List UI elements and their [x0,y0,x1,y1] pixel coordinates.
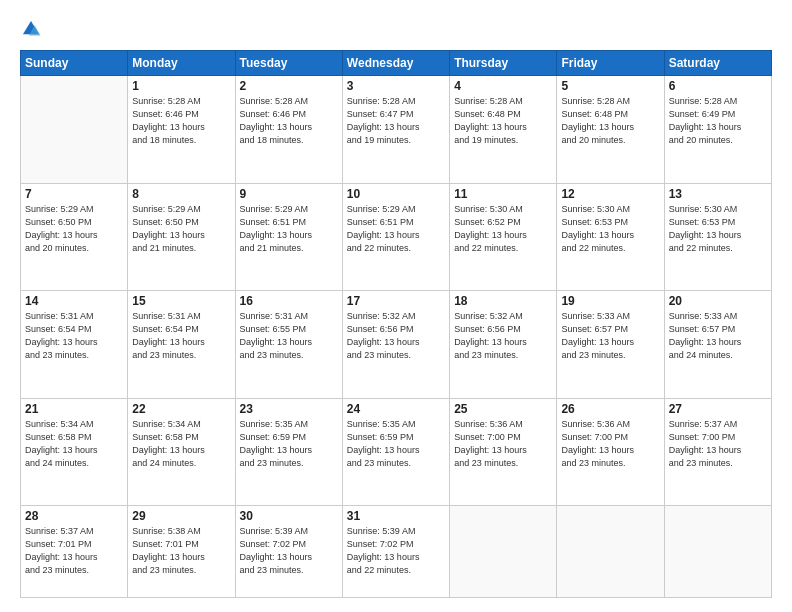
day-number: 5 [561,79,659,93]
day-info: Sunrise: 5:29 AM Sunset: 6:50 PM Dayligh… [132,203,230,255]
calendar-cell: 26Sunrise: 5:36 AM Sunset: 7:00 PM Dayli… [557,398,664,506]
day-info: Sunrise: 5:31 AM Sunset: 6:55 PM Dayligh… [240,310,338,362]
day-number: 2 [240,79,338,93]
day-number: 7 [25,187,123,201]
weekday-header-thursday: Thursday [450,51,557,76]
weekday-header-wednesday: Wednesday [342,51,449,76]
calendar-cell: 6Sunrise: 5:28 AM Sunset: 6:49 PM Daylig… [664,76,771,184]
day-info: Sunrise: 5:30 AM Sunset: 6:53 PM Dayligh… [561,203,659,255]
day-info: Sunrise: 5:37 AM Sunset: 7:01 PM Dayligh… [25,525,123,577]
calendar-cell: 20Sunrise: 5:33 AM Sunset: 6:57 PM Dayli… [664,291,771,399]
calendar-cell: 10Sunrise: 5:29 AM Sunset: 6:51 PM Dayli… [342,183,449,291]
header [20,18,772,40]
day-number: 23 [240,402,338,416]
calendar-cell: 8Sunrise: 5:29 AM Sunset: 6:50 PM Daylig… [128,183,235,291]
calendar-cell: 13Sunrise: 5:30 AM Sunset: 6:53 PM Dayli… [664,183,771,291]
calendar-cell: 5Sunrise: 5:28 AM Sunset: 6:48 PM Daylig… [557,76,664,184]
day-info: Sunrise: 5:38 AM Sunset: 7:01 PM Dayligh… [132,525,230,577]
calendar-cell [557,506,664,598]
day-info: Sunrise: 5:29 AM Sunset: 6:51 PM Dayligh… [240,203,338,255]
day-info: Sunrise: 5:28 AM Sunset: 6:46 PM Dayligh… [240,95,338,147]
day-info: Sunrise: 5:30 AM Sunset: 6:53 PM Dayligh… [669,203,767,255]
day-number: 21 [25,402,123,416]
day-info: Sunrise: 5:33 AM Sunset: 6:57 PM Dayligh… [561,310,659,362]
calendar-cell: 17Sunrise: 5:32 AM Sunset: 6:56 PM Dayli… [342,291,449,399]
day-info: Sunrise: 5:28 AM Sunset: 6:48 PM Dayligh… [561,95,659,147]
calendar-cell: 12Sunrise: 5:30 AM Sunset: 6:53 PM Dayli… [557,183,664,291]
day-number: 15 [132,294,230,308]
day-info: Sunrise: 5:28 AM Sunset: 6:48 PM Dayligh… [454,95,552,147]
day-info: Sunrise: 5:37 AM Sunset: 7:00 PM Dayligh… [669,418,767,470]
calendar-cell: 25Sunrise: 5:36 AM Sunset: 7:00 PM Dayli… [450,398,557,506]
logo-icon [20,18,42,40]
day-info: Sunrise: 5:28 AM Sunset: 6:47 PM Dayligh… [347,95,445,147]
page: SundayMondayTuesdayWednesdayThursdayFrid… [0,0,792,612]
calendar-week-row: 28Sunrise: 5:37 AM Sunset: 7:01 PM Dayli… [21,506,772,598]
day-info: Sunrise: 5:36 AM Sunset: 7:00 PM Dayligh… [454,418,552,470]
calendar-cell: 16Sunrise: 5:31 AM Sunset: 6:55 PM Dayli… [235,291,342,399]
calendar-cell: 2Sunrise: 5:28 AM Sunset: 6:46 PM Daylig… [235,76,342,184]
calendar-cell: 9Sunrise: 5:29 AM Sunset: 6:51 PM Daylig… [235,183,342,291]
day-number: 4 [454,79,552,93]
weekday-header-sunday: Sunday [21,51,128,76]
weekday-header-tuesday: Tuesday [235,51,342,76]
day-number: 16 [240,294,338,308]
calendar-week-row: 14Sunrise: 5:31 AM Sunset: 6:54 PM Dayli… [21,291,772,399]
calendar-cell: 29Sunrise: 5:38 AM Sunset: 7:01 PM Dayli… [128,506,235,598]
day-number: 13 [669,187,767,201]
day-info: Sunrise: 5:36 AM Sunset: 7:00 PM Dayligh… [561,418,659,470]
day-number: 26 [561,402,659,416]
calendar-cell: 24Sunrise: 5:35 AM Sunset: 6:59 PM Dayli… [342,398,449,506]
day-number: 17 [347,294,445,308]
day-info: Sunrise: 5:39 AM Sunset: 7:02 PM Dayligh… [347,525,445,577]
logo [20,18,46,40]
day-info: Sunrise: 5:32 AM Sunset: 6:56 PM Dayligh… [454,310,552,362]
day-number: 9 [240,187,338,201]
calendar-cell: 21Sunrise: 5:34 AM Sunset: 6:58 PM Dayli… [21,398,128,506]
day-info: Sunrise: 5:32 AM Sunset: 6:56 PM Dayligh… [347,310,445,362]
day-number: 28 [25,509,123,523]
day-number: 8 [132,187,230,201]
day-number: 19 [561,294,659,308]
day-info: Sunrise: 5:35 AM Sunset: 6:59 PM Dayligh… [347,418,445,470]
day-info: Sunrise: 5:34 AM Sunset: 6:58 PM Dayligh… [132,418,230,470]
calendar-cell: 19Sunrise: 5:33 AM Sunset: 6:57 PM Dayli… [557,291,664,399]
calendar-cell: 18Sunrise: 5:32 AM Sunset: 6:56 PM Dayli… [450,291,557,399]
day-info: Sunrise: 5:35 AM Sunset: 6:59 PM Dayligh… [240,418,338,470]
day-number: 12 [561,187,659,201]
weekday-header-saturday: Saturday [664,51,771,76]
day-number: 27 [669,402,767,416]
day-info: Sunrise: 5:29 AM Sunset: 6:50 PM Dayligh… [25,203,123,255]
calendar-cell: 1Sunrise: 5:28 AM Sunset: 6:46 PM Daylig… [128,76,235,184]
day-number: 3 [347,79,445,93]
calendar-cell: 28Sunrise: 5:37 AM Sunset: 7:01 PM Dayli… [21,506,128,598]
day-number: 14 [25,294,123,308]
day-number: 18 [454,294,552,308]
day-info: Sunrise: 5:30 AM Sunset: 6:52 PM Dayligh… [454,203,552,255]
day-number: 1 [132,79,230,93]
calendar-cell: 22Sunrise: 5:34 AM Sunset: 6:58 PM Dayli… [128,398,235,506]
calendar-cell: 27Sunrise: 5:37 AM Sunset: 7:00 PM Dayli… [664,398,771,506]
calendar-week-row: 1Sunrise: 5:28 AM Sunset: 6:46 PM Daylig… [21,76,772,184]
day-info: Sunrise: 5:33 AM Sunset: 6:57 PM Dayligh… [669,310,767,362]
calendar-cell [664,506,771,598]
day-info: Sunrise: 5:39 AM Sunset: 7:02 PM Dayligh… [240,525,338,577]
calendar-cell: 23Sunrise: 5:35 AM Sunset: 6:59 PM Dayli… [235,398,342,506]
day-info: Sunrise: 5:31 AM Sunset: 6:54 PM Dayligh… [25,310,123,362]
calendar-cell: 30Sunrise: 5:39 AM Sunset: 7:02 PM Dayli… [235,506,342,598]
day-info: Sunrise: 5:34 AM Sunset: 6:58 PM Dayligh… [25,418,123,470]
day-number: 25 [454,402,552,416]
calendar-cell [21,76,128,184]
day-number: 29 [132,509,230,523]
day-number: 20 [669,294,767,308]
day-info: Sunrise: 5:29 AM Sunset: 6:51 PM Dayligh… [347,203,445,255]
day-number: 30 [240,509,338,523]
calendar-cell: 31Sunrise: 5:39 AM Sunset: 7:02 PM Dayli… [342,506,449,598]
day-number: 6 [669,79,767,93]
calendar-cell [450,506,557,598]
day-info: Sunrise: 5:31 AM Sunset: 6:54 PM Dayligh… [132,310,230,362]
calendar-cell: 14Sunrise: 5:31 AM Sunset: 6:54 PM Dayli… [21,291,128,399]
calendar-week-row: 7Sunrise: 5:29 AM Sunset: 6:50 PM Daylig… [21,183,772,291]
day-number: 10 [347,187,445,201]
calendar-cell: 7Sunrise: 5:29 AM Sunset: 6:50 PM Daylig… [21,183,128,291]
